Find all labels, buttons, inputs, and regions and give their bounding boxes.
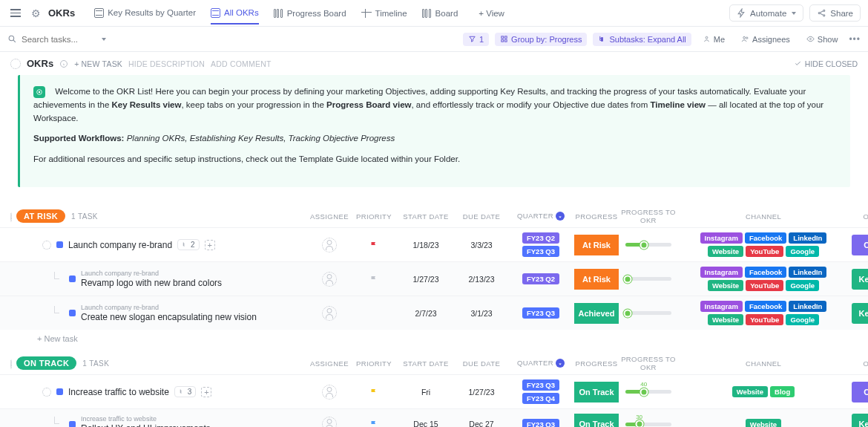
progress-slider[interactable]: [625, 277, 671, 281]
start-date-cell[interactable]: 1/27/23: [396, 275, 456, 284]
col-quarter[interactable]: QUARTER: [507, 359, 574, 368]
assignee-placeholder-icon[interactable]: [322, 417, 337, 427]
task-main-cell[interactable]: Increase traffic to websiteRollout UX an…: [10, 415, 307, 427]
show-chip[interactable]: Show: [801, 33, 844, 46]
group-select-circle[interactable]: [10, 359, 12, 369]
view-tab-progress-board[interactable]: Progress Board: [266, 3, 354, 25]
quarter-cell[interactable]: FY23 Q3FY23 Q4: [507, 379, 574, 404]
col-start[interactable]: START DATE: [396, 359, 456, 368]
assignee-cell[interactable]: [307, 306, 352, 321]
col-okr-type[interactable]: OKR TYPE: [849, 359, 868, 368]
start-date-cell[interactable]: 2/7/23: [396, 309, 456, 318]
col-due[interactable]: DUE DATE: [456, 212, 507, 221]
task-name[interactable]: Create new slogan encapsulating new visi…: [81, 312, 257, 322]
col-channel[interactable]: CHANNEL: [678, 359, 849, 368]
channel-tag[interactable]: Instagram: [700, 301, 743, 312]
assignee-placeholder-icon[interactable]: [322, 306, 337, 321]
priority-cell[interactable]: [352, 388, 396, 397]
new-task-button[interactable]: + New task: [0, 330, 868, 348]
channel-tag[interactable]: Website: [708, 314, 743, 325]
progress-badge[interactable]: At Risk: [574, 235, 619, 255]
assignee-placeholder-icon[interactable]: [322, 238, 337, 252]
quarter-tag[interactable]: FY23 Q2: [522, 273, 559, 284]
task-name[interactable]: Increase traffic to website: [68, 387, 169, 397]
priority-flag-icon[interactable]: [369, 388, 378, 397]
status-square[interactable]: [56, 241, 63, 248]
channel-tag[interactable]: Facebook: [745, 232, 786, 244]
add-subtask-button[interactable]: +: [205, 240, 215, 250]
group-status-pill[interactable]: On Track: [16, 356, 76, 370]
hide-closed-button[interactable]: HIDE CLOSED: [794, 59, 858, 68]
subtask-count-chip[interactable]: 3: [174, 386, 197, 397]
start-date-cell[interactable]: 1/18/23: [396, 241, 456, 250]
task-name[interactable]: Rollout UX and UI improvements: [81, 423, 211, 427]
progress-badge[interactable]: On Track: [574, 414, 619, 427]
task-main-cell[interactable]: Launch company re-brand 2 +: [10, 239, 307, 250]
col-quarter[interactable]: QUARTER: [507, 212, 574, 221]
col-okr-type[interactable]: OKR TYPE: [849, 212, 868, 221]
priority-cell[interactable]: [352, 275, 396, 284]
channel-tag[interactable]: Website: [708, 280, 743, 291]
search-box[interactable]: [7, 34, 111, 44]
group-status-pill[interactable]: At Risk: [16, 209, 65, 223]
channel-cell[interactable]: Website: [746, 419, 781, 427]
channel-tag[interactable]: LinkedIn: [789, 267, 826, 278]
channel-tag[interactable]: Google: [786, 246, 819, 257]
assignee-cell[interactable]: [307, 272, 352, 287]
progress-slider[interactable]: 40: [625, 390, 671, 394]
quarter-cell[interactable]: FY23 Q3: [507, 307, 574, 319]
task-main-cell[interactable]: Launch company re-brandRevamp logo with …: [10, 270, 307, 288]
col-prog-okr[interactable]: PROGRESS TO OKR: [619, 355, 678, 371]
share-button[interactable]: Share: [809, 4, 861, 22]
task-name[interactable]: Revamp logo with new brand colors: [81, 278, 222, 288]
priority-flag-icon[interactable]: [369, 420, 378, 427]
filter-count-chip[interactable]: 1: [463, 33, 489, 46]
view-tab-key-results-by-quarter[interactable]: Key Results by Quarter: [87, 2, 203, 24]
progress-slider[interactable]: 30: [625, 423, 671, 426]
view-tab-all-okrs[interactable]: All OKRs: [203, 2, 266, 24]
chevron-down-icon[interactable]: [102, 38, 106, 41]
channel-tag[interactable]: YouTube: [746, 246, 783, 257]
quarter-tag[interactable]: FY23 Q3: [522, 419, 559, 427]
group-select-circle[interactable]: [10, 212, 12, 222]
task-main-cell[interactable]: Increase traffic to website 3 +: [10, 386, 307, 397]
menu-icon[interactable]: [7, 6, 24, 20]
progress-okr-cell[interactable]: 30: [619, 423, 678, 426]
okr-type-badge[interactable]: Key Results: [852, 303, 868, 324]
col-priority[interactable]: PRIORITY: [352, 212, 396, 221]
col-due[interactable]: DUE DATE: [456, 359, 507, 368]
assignee-placeholder-icon[interactable]: [322, 272, 337, 287]
due-date-cell[interactable]: Dec 27: [456, 420, 507, 427]
col-progress[interactable]: PROGRESS: [574, 212, 619, 221]
progress-badge[interactable]: At Risk: [574, 269, 619, 290]
okr-type-badge[interactable]: Key Results: [852, 414, 868, 427]
task-main-cell[interactable]: Launch company re-brandCreate new slogan…: [10, 304, 307, 322]
col-priority[interactable]: PRIORITY: [352, 359, 396, 368]
channel-tag[interactable]: Google: [786, 280, 819, 291]
add-comment-button[interactable]: ADD COMMENT: [211, 59, 272, 68]
channel-tag[interactable]: Website: [708, 246, 743, 257]
channel-cell[interactable]: InstagramFacebookLinkedInWebsiteYouTubeG…: [682, 301, 845, 325]
quarter-cell[interactable]: FY23 Q3: [507, 419, 574, 427]
priority-cell[interactable]: [352, 241, 396, 250]
col-assignee[interactable]: ASSIGNEE: [307, 212, 352, 221]
channel-tag[interactable]: Blog: [770, 386, 795, 397]
subtasks-chip[interactable]: Subtasks: Expand All: [593, 33, 691, 46]
quarter-cell[interactable]: FY23 Q2: [507, 273, 574, 284]
assignee-cell[interactable]: [307, 417, 352, 427]
quarter-tag[interactable]: FY23 Q2: [522, 232, 559, 244]
select-all-circle[interactable]: [10, 59, 21, 69]
quarter-cell[interactable]: FY23 Q2FY23 Q3: [507, 232, 574, 257]
channel-tag[interactable]: Website: [746, 419, 781, 427]
priority-cell[interactable]: [352, 420, 396, 427]
col-progress[interactable]: PROGRESS: [574, 359, 619, 368]
priority-flag-icon[interactable]: [369, 241, 378, 250]
status-square[interactable]: [69, 276, 76, 282]
progress-badge[interactable]: On Track: [574, 382, 619, 402]
task-name[interactable]: Launch company re-brand: [68, 240, 172, 250]
progress-okr-cell[interactable]: [619, 243, 678, 247]
channel-tag[interactable]: YouTube: [746, 314, 783, 325]
groupby-chip[interactable]: Group by: Progress: [495, 33, 587, 46]
okr-type-badge[interactable]: Objective: [852, 235, 868, 255]
col-assignee[interactable]: ASSIGNEE: [307, 359, 352, 368]
